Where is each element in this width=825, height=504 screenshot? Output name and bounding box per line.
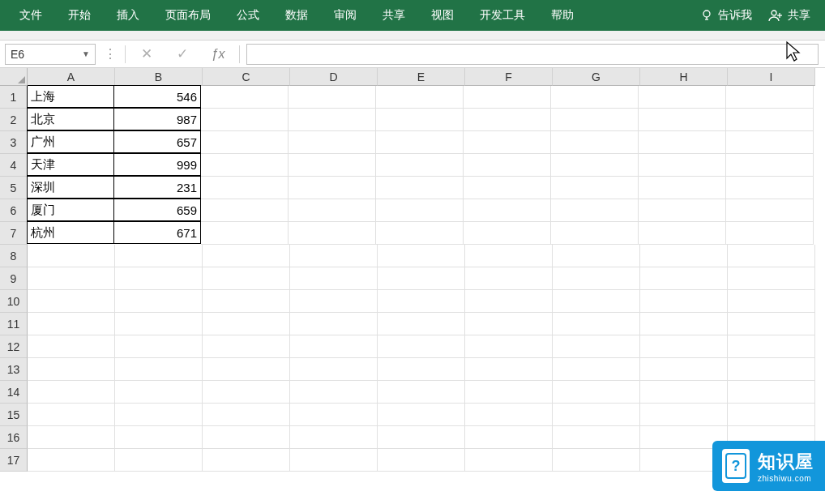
cell-D11[interactable] [290, 313, 378, 335]
ribbon-tab-formulas[interactable]: 公式 [224, 0, 272, 31]
ribbon-tab-view[interactable]: 视图 [418, 0, 467, 31]
cell-H1[interactable] [639, 86, 726, 109]
column-header-I[interactable]: I [728, 68, 815, 86]
cell-G1[interactable] [551, 86, 639, 109]
row-header-16[interactable]: 16 [0, 426, 28, 449]
cell-G15[interactable] [553, 404, 640, 426]
cell-A17[interactable] [28, 449, 115, 472]
ribbon-tab-home[interactable]: 开始 [55, 0, 104, 31]
cell-A3[interactable]: 广州 [27, 130, 114, 153]
cell-B4[interactable]: 999 [113, 153, 201, 176]
cell-E11[interactable] [378, 313, 465, 335]
cell-G2[interactable] [551, 109, 639, 131]
cell-A13[interactable] [28, 358, 115, 381]
cell-C9[interactable] [203, 267, 290, 290]
cell-E17[interactable] [378, 449, 465, 472]
cell-H13[interactable] [640, 358, 728, 381]
cell-D10[interactable] [290, 290, 378, 313]
cell-A12[interactable] [28, 335, 115, 358]
ribbon-tab-data[interactable]: 数据 [272, 0, 321, 31]
cell-B10[interactable] [115, 290, 203, 313]
cell-D14[interactable] [290, 381, 378, 404]
cell-C10[interactable] [203, 290, 290, 313]
cell-G3[interactable] [551, 131, 639, 154]
cell-E5[interactable] [376, 177, 464, 199]
select-all-corner[interactable] [0, 68, 28, 86]
cell-B3[interactable]: 657 [113, 130, 201, 153]
cell-A8[interactable] [28, 245, 115, 267]
cell-C16[interactable] [203, 426, 290, 449]
cell-I8[interactable] [728, 245, 815, 267]
ribbon-tab-help[interactable]: 帮助 [538, 0, 587, 31]
cell-A6[interactable]: 厦门 [27, 199, 114, 221]
column-header-C[interactable]: C [203, 68, 290, 86]
cell-A11[interactable] [28, 313, 115, 335]
chevron-down-icon[interactable]: ▼ [82, 49, 90, 58]
cell-I7[interactable] [726, 222, 814, 245]
cell-A1[interactable]: 上海 [27, 85, 114, 108]
cell-C1[interactable] [201, 86, 289, 109]
cell-E7[interactable] [376, 222, 464, 245]
cell-E4[interactable] [376, 154, 464, 177]
cell-B11[interactable] [115, 313, 203, 335]
cell-F4[interactable] [464, 154, 551, 177]
cell-F9[interactable] [465, 267, 553, 290]
cell-I12[interactable] [728, 335, 815, 358]
cell-A14[interactable] [28, 381, 115, 404]
cell-I1[interactable] [726, 86, 814, 109]
cell-D5[interactable] [289, 177, 376, 199]
cell-F1[interactable] [464, 86, 551, 109]
cell-C2[interactable] [201, 109, 289, 131]
cell-B1[interactable]: 546 [113, 85, 201, 108]
cell-H10[interactable] [640, 290, 728, 313]
cell-B14[interactable] [115, 381, 203, 404]
cell-B5[interactable]: 231 [113, 176, 201, 199]
cell-I15[interactable] [728, 404, 815, 426]
cell-B6[interactable]: 659 [113, 199, 201, 221]
cell-D17[interactable] [290, 449, 378, 472]
row-header-17[interactable]: 17 [0, 449, 28, 472]
insert-function-button[interactable]: ƒx [200, 42, 236, 66]
cell-C3[interactable] [201, 131, 289, 154]
column-header-E[interactable]: E [378, 68, 465, 86]
cell-D2[interactable] [289, 109, 376, 131]
name-box[interactable]: E6 ▼ [5, 44, 96, 65]
column-header-F[interactable]: F [465, 68, 553, 86]
cell-F6[interactable] [464, 199, 551, 222]
cell-C5[interactable] [201, 177, 289, 199]
cell-F2[interactable] [464, 109, 551, 131]
cell-E9[interactable] [378, 267, 465, 290]
cell-G10[interactable] [553, 290, 640, 313]
cell-D1[interactable] [289, 86, 376, 109]
cell-D15[interactable] [290, 404, 378, 426]
cell-H5[interactable] [639, 177, 726, 199]
cell-E10[interactable] [378, 290, 465, 313]
cell-A7[interactable]: 杭州 [27, 221, 114, 244]
cell-D6[interactable] [289, 199, 376, 222]
cell-F15[interactable] [465, 404, 553, 426]
cell-F11[interactable] [465, 313, 553, 335]
column-header-A[interactable]: A [28, 68, 115, 86]
row-header-4[interactable]: 4 [0, 154, 28, 177]
cell-A9[interactable] [28, 267, 115, 290]
confirm-formula-button[interactable]: ✓ [165, 42, 200, 66]
cell-B15[interactable] [115, 404, 203, 426]
spreadsheet-grid[interactable]: ABCDEFGHI 1上海5462北京9873广州6574天津9995深圳231… [0, 68, 825, 504]
row-header-12[interactable]: 12 [0, 335, 28, 358]
cell-C4[interactable] [201, 154, 289, 177]
cell-E13[interactable] [378, 358, 465, 381]
cell-F10[interactable] [465, 290, 553, 313]
ribbon-tab-insert[interactable]: 插入 [104, 0, 152, 31]
cell-H3[interactable] [639, 131, 726, 154]
cell-F8[interactable] [465, 245, 553, 267]
cell-F14[interactable] [465, 381, 553, 404]
cell-G5[interactable] [551, 177, 639, 199]
cell-H4[interactable] [639, 154, 726, 177]
row-header-3[interactable]: 3 [0, 131, 28, 154]
cell-H9[interactable] [640, 267, 728, 290]
cell-D8[interactable] [290, 245, 378, 267]
column-header-B[interactable]: B [115, 68, 203, 86]
row-header-6[interactable]: 6 [0, 199, 28, 222]
cell-I9[interactable] [728, 267, 815, 290]
cell-C17[interactable] [203, 449, 290, 472]
